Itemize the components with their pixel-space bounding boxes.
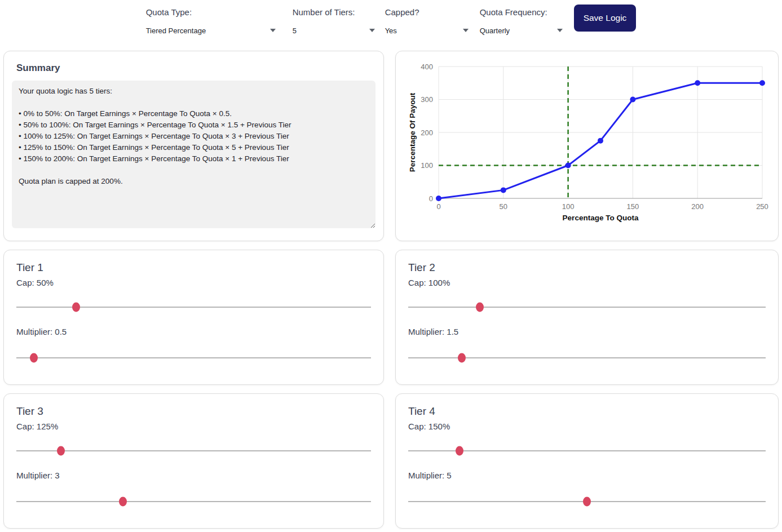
payout-chart: 0501001502002500100200300400Percentage T… <box>396 51 778 241</box>
summary-title: Summary <box>16 63 375 74</box>
tier-1-multiplier-label: Multiplier: 0.5 <box>16 327 375 336</box>
summary-card: Summary Your quota logic has 5 tiers: • … <box>3 51 384 241</box>
tier-3-multiplier-label: Multiplier: 3 <box>16 471 375 480</box>
tier-3-cap-slider-thumb[interactable] <box>57 446 65 456</box>
tier-1-cap-label: Cap: 50% <box>16 278 375 287</box>
quota-frequency-value: Quarterly <box>480 26 510 35</box>
toolbar: Quota Type: Tiered Percentage Number of … <box>0 0 782 51</box>
tier-3-multiplier-slider[interactable] <box>16 501 371 502</box>
svg-text:200: 200 <box>421 128 433 137</box>
svg-text:100: 100 <box>562 202 575 211</box>
svg-text:0: 0 <box>429 194 433 203</box>
svg-text:150: 150 <box>627 202 639 211</box>
tier-2-multiplier-slider[interactable] <box>408 357 766 358</box>
tier-3-multiplier-slider-thumb[interactable] <box>119 497 127 507</box>
tier-1-multiplier-slider[interactable] <box>16 357 371 358</box>
tier-3-title: Tier 3 <box>16 405 375 418</box>
tier-4-multiplier-slider[interactable] <box>408 501 766 502</box>
capped-label: Capped? <box>385 7 469 17</box>
capped-field: Capped? Yes <box>385 0 469 35</box>
capped-value: Yes <box>385 26 397 35</box>
chart-card: 0501001502002500100200300400Percentage T… <box>395 51 779 241</box>
svg-text:0: 0 <box>436 202 440 211</box>
tier-4-cap-slider-thumb[interactable] <box>456 446 463 456</box>
quota-frequency-field: Quota Frequency: Quarterly <box>480 0 563 35</box>
svg-text:200: 200 <box>691 202 704 211</box>
quota-type-value: Tiered Percentage <box>146 26 206 35</box>
tier-2-card: Tier 2 Cap: 100% Multiplier: 1.5 <box>395 250 779 385</box>
quota-type-field: Quota Type: Tiered Percentage <box>146 0 276 35</box>
tier-3-cap-slider[interactable] <box>16 450 371 451</box>
svg-text:300: 300 <box>421 95 433 104</box>
chevron-down-icon <box>369 29 375 32</box>
chevron-down-icon <box>463 29 469 32</box>
save-logic-button[interactable]: Save Logic <box>574 5 637 32</box>
tier-1-card: Tier 1 Cap: 50% Multiplier: 0.5 <box>3 250 384 385</box>
tier-2-cap-slider-thumb[interactable] <box>476 303 484 312</box>
quota-frequency-label: Quota Frequency: <box>480 7 563 17</box>
tier-1-multiplier-slider-thumb[interactable] <box>30 353 38 363</box>
summary-textarea[interactable]: Your quota logic has 5 tiers: • 0% to 50… <box>12 81 375 228</box>
tier-2-cap-label: Cap: 100% <box>408 278 770 287</box>
tier-2-title: Tier 2 <box>408 261 770 274</box>
number-of-tiers-value: 5 <box>293 26 297 35</box>
tier-4-card: Tier 4 Cap: 150% Multiplier: 5 <box>395 393 779 529</box>
quota-type-label: Quota Type: <box>146 7 276 17</box>
tier-1-title: Tier 1 <box>16 261 375 274</box>
capped-select[interactable]: Yes <box>385 26 469 35</box>
number-of-tiers-field: Number of Tiers: 5 <box>293 0 375 35</box>
svg-text:Percentage Of Payout: Percentage Of Payout <box>408 92 417 172</box>
tier-1-cap-slider-thumb[interactable] <box>72 303 80 312</box>
svg-text:250: 250 <box>756 202 768 211</box>
quota-type-select[interactable]: Tiered Percentage <box>146 26 276 35</box>
tier-4-multiplier-label: Multiplier: 5 <box>408 471 770 480</box>
tier-4-cap-label: Cap: 150% <box>408 422 770 431</box>
svg-text:400: 400 <box>421 63 433 71</box>
tier-1-cap-slider[interactable] <box>16 307 371 308</box>
number-of-tiers-label: Number of Tiers: <box>293 7 375 17</box>
chevron-down-icon <box>270 29 276 32</box>
tier-4-cap-slider[interactable] <box>408 450 766 451</box>
main-content: Summary Your quota logic has 5 tiers: • … <box>0 51 782 529</box>
tier-2-multiplier-label: Multiplier: 1.5 <box>408 327 770 336</box>
svg-text:Percentage To Quota: Percentage To Quota <box>563 214 639 222</box>
tier-3-card: Tier 3 Cap: 125% Multiplier: 3 <box>3 393 384 529</box>
tier-2-cap-slider[interactable] <box>408 307 766 308</box>
quota-frequency-select[interactable]: Quarterly <box>480 26 563 35</box>
tier-4-title: Tier 4 <box>408 405 770 418</box>
number-of-tiers-select[interactable]: 5 <box>293 26 375 35</box>
tier-4-multiplier-slider-thumb[interactable] <box>583 497 591 507</box>
chevron-down-icon <box>557 29 563 32</box>
svg-text:50: 50 <box>500 202 507 211</box>
svg-text:100: 100 <box>421 161 433 170</box>
tier-3-cap-label: Cap: 125% <box>16 422 375 431</box>
tier-2-multiplier-slider-thumb[interactable] <box>458 353 466 363</box>
